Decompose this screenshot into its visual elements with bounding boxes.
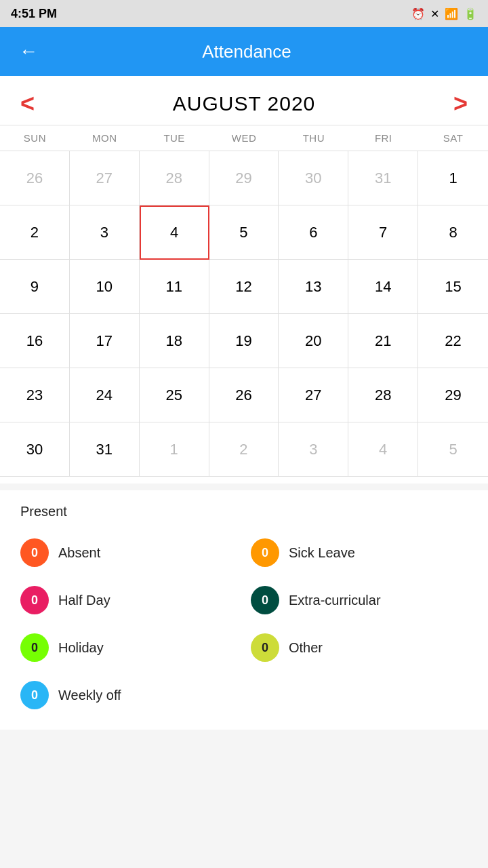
alarm-icon: ⏰ — [411, 7, 425, 20]
half-day-badge: 0 — [20, 586, 49, 614]
calendar-cell[interactable]: 5 — [209, 205, 279, 260]
day-header-sun: SUN — [0, 125, 70, 151]
calendar-container: < AUGUST 2020 > SUN MON TUE WED THU FRI … — [0, 76, 488, 484]
calendar-cell[interactable]: 10 — [70, 260, 140, 314]
calendar-cell[interactable]: 15 — [418, 260, 488, 314]
legend-item-present: Present — [20, 504, 67, 519]
day-header-fri: FRI — [348, 125, 418, 151]
calendar-cell[interactable]: 4 — [140, 205, 209, 260]
calendar-cell[interactable]: 30 — [0, 422, 70, 477]
legend-label-absent: Absent — [58, 545, 100, 561]
calendar-cell[interactable]: 13 — [279, 260, 348, 314]
close-icon: ✕ — [430, 7, 439, 20]
day-header-wed: WED — [209, 125, 279, 151]
legend-label-weekly-off: Weekly off — [58, 688, 121, 703]
legend-section: Present 0 Absent 0 Sick Leave 0 Half Day… — [0, 490, 488, 730]
day-header-sat: SAT — [418, 125, 488, 151]
day-headers: SUN MON TUE WED THU FRI SAT — [0, 125, 488, 151]
calendar-cell[interactable]: 14 — [348, 260, 418, 314]
legend-label-extracurricular: Extra-curricular — [289, 593, 381, 608]
legend-item-other: 0 Other — [251, 633, 468, 662]
legend-item-extracurricular: 0 Extra-curricular — [251, 586, 468, 614]
prev-month-button[interactable]: < — [14, 90, 41, 118]
month-navigation: < AUGUST 2020 > — [0, 83, 488, 125]
calendar-cell[interactable]: 23 — [0, 368, 70, 422]
legend-label-half-day: Half Day — [58, 593, 110, 608]
calendar-cell[interactable]: 29 — [209, 151, 279, 205]
legend-label-sick-leave: Sick Leave — [289, 545, 355, 561]
calendar-cell[interactable]: 3 — [279, 422, 348, 477]
status-bar: 4:51 PM ⏰ ✕ 📶 🔋 — [0, 0, 488, 27]
wifi-icon: 📶 — [445, 7, 458, 20]
extracurricular-badge: 0 — [251, 586, 279, 614]
calendar-cell[interactable]: 1 — [140, 422, 209, 477]
legend-label-present: Present — [20, 504, 67, 519]
calendar-cell[interactable]: 7 — [348, 205, 418, 260]
calendar-cell[interactable]: 25 — [140, 368, 209, 422]
calendar-cell[interactable]: 31 — [70, 422, 140, 477]
calendar-cell[interactable]: 19 — [209, 314, 279, 368]
back-button[interactable]: ← — [14, 35, 43, 68]
calendar-cell[interactable]: 4 — [348, 422, 418, 477]
calendar-cell[interactable]: 22 — [418, 314, 488, 368]
calendar-cell[interactable]: 17 — [70, 314, 140, 368]
sick-leave-badge: 0 — [251, 538, 279, 567]
next-month-button[interactable]: > — [447, 90, 474, 118]
calendar-cell[interactable]: 30 — [279, 151, 348, 205]
absent-badge: 0 — [20, 538, 49, 567]
battery-icon: 🔋 — [464, 7, 477, 20]
weekly-off-badge: 0 — [20, 681, 49, 709]
calendar-cell[interactable]: 28 — [140, 151, 209, 205]
calendar-cell[interactable]: 6 — [279, 205, 348, 260]
calendar-cell[interactable]: 3 — [70, 205, 140, 260]
day-header-tue: TUE — [140, 125, 209, 151]
calendar-cell[interactable]: 24 — [70, 368, 140, 422]
other-badge: 0 — [251, 633, 279, 662]
app-bar: ← Attendance — [0, 27, 488, 76]
status-icons: ⏰ ✕ 📶 🔋 — [411, 7, 477, 20]
calendar-cell[interactable]: 1 — [418, 151, 488, 205]
calendar-cell[interactable]: 2 — [0, 205, 70, 260]
calendar-cell[interactable]: 27 — [279, 368, 348, 422]
calendar-cell[interactable]: 21 — [348, 314, 418, 368]
calendar-cell[interactable]: 11 — [140, 260, 209, 314]
calendar-cell[interactable]: 28 — [348, 368, 418, 422]
calendar-cell[interactable]: 5 — [418, 422, 488, 477]
day-header-mon: MON — [70, 125, 140, 151]
legend-item-absent: 0 Absent — [20, 538, 237, 567]
legend-label-holiday: Holiday — [58, 640, 104, 656]
legend-item-weekly-off: 0 Weekly off — [20, 681, 237, 709]
calendar-cell[interactable]: 18 — [140, 314, 209, 368]
legend-label-other: Other — [289, 640, 323, 656]
legend-item-holiday: 0 Holiday — [20, 633, 237, 662]
calendar-cell[interactable]: 31 — [348, 151, 418, 205]
page-title: Attendance — [57, 41, 436, 62]
calendar-cell[interactable]: 16 — [0, 314, 70, 368]
calendar-cell[interactable]: 27 — [70, 151, 140, 205]
month-title: AUGUST 2020 — [173, 92, 316, 115]
calendar-cell[interactable]: 26 — [0, 151, 70, 205]
legend-item-half-day: 0 Half Day — [20, 586, 237, 614]
calendar-cell[interactable]: 8 — [418, 205, 488, 260]
calendar-grid: 2627282930311234567891011121314151617181… — [0, 151, 488, 477]
calendar-cell[interactable]: 2 — [209, 422, 279, 477]
legend-item-sick-leave: 0 Sick Leave — [251, 538, 468, 567]
legend-grid: 0 Absent 0 Sick Leave 0 Half Day 0 Extra… — [20, 538, 468, 709]
calendar-cell[interactable]: 26 — [209, 368, 279, 422]
status-time: 4:51 PM — [11, 7, 57, 21]
calendar-cell[interactable]: 29 — [418, 368, 488, 422]
calendar-cell[interactable]: 20 — [279, 314, 348, 368]
holiday-badge: 0 — [20, 633, 49, 662]
calendar-cell[interactable]: 9 — [0, 260, 70, 314]
calendar-cell[interactable]: 12 — [209, 260, 279, 314]
day-header-thu: THU — [279, 125, 348, 151]
